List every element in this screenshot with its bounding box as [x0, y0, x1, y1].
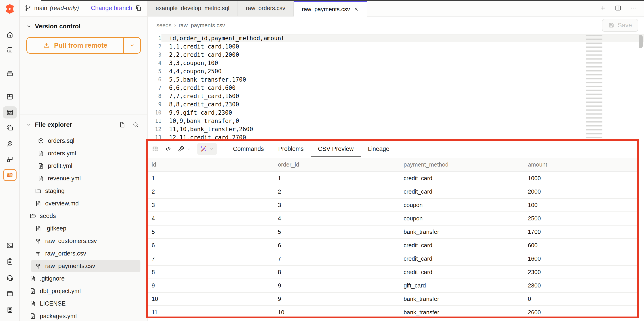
editor-line[interactable]: 1id,order_id,payment_method,amount — [148, 34, 644, 42]
table-row: 77credit_card1600 — [148, 252, 637, 266]
file-item[interactable]: revenue.yml — [34, 172, 140, 185]
canvas-icon[interactable] — [0, 120, 20, 136]
close-icon[interactable] — [354, 6, 359, 12]
table-cell: credit_card — [400, 185, 524, 198]
dbt-logo[interactable] — [3, 3, 16, 15]
editor-tab[interactable]: example_develop_metric.sql — [148, 0, 238, 16]
table-cell: 2 — [274, 185, 400, 198]
new-tab-icon[interactable] — [599, 4, 606, 12]
ai-assist-icon-button[interactable] — [197, 143, 217, 155]
editor-line[interactable]: 98,8,credit_card,2300 — [148, 100, 644, 108]
code-editor[interactable]: 1id,order_id,payment_method,amount21,1,c… — [148, 34, 644, 139]
csv-preview-table: idorder_idpayment_methodamount 11credit_… — [148, 158, 637, 316]
table-cell: coupon — [400, 199, 524, 212]
terminal-icon[interactable] — [0, 238, 20, 254]
panel-tab-csv-preview[interactable]: CSV Preview — [311, 141, 361, 157]
more-options-icon[interactable] — [630, 4, 637, 12]
table-cell: gift_card — [400, 279, 524, 292]
home-icon[interactable] — [0, 27, 20, 42]
file-item[interactable]: raw_orders.csv — [31, 247, 140, 260]
version-control-section-header[interactable]: Version control — [20, 16, 147, 30]
editor-tab-label: raw_payments.csv — [302, 6, 350, 13]
breadcrumb-parent[interactable]: seeds — [156, 22, 172, 28]
file-icon — [35, 200, 42, 207]
file-item[interactable]: packages.yml — [26, 310, 140, 321]
table-row: 11credit_card1000 — [148, 172, 637, 185]
breadcrumb: seeds › raw_payments.csv — [148, 16, 644, 34]
editor-line[interactable]: 109,9,gift_card,2300 — [148, 108, 644, 117]
editor-line[interactable]: 76,6,credit_card,600 — [148, 84, 644, 92]
pull-from-remote-main[interactable]: Pull from remote — [27, 38, 123, 53]
query-insights-icon[interactable] — [0, 136, 20, 152]
split-editor-icon[interactable] — [614, 4, 622, 12]
editor-line[interactable]: 1312,11,credit_card,2700 — [148, 133, 644, 139]
organization-icon[interactable] — [0, 302, 20, 318]
editor-line[interactable]: 1211,10,bank_transfer,2600 — [148, 125, 644, 133]
table-cell: 9 — [274, 279, 400, 292]
docs-icon[interactable] — [0, 286, 20, 302]
file-item[interactable]: .gitignore — [26, 272, 140, 285]
copy-icon[interactable] — [135, 5, 142, 12]
pull-options-caret[interactable] — [123, 38, 140, 53]
table-row: 33coupon100 — [148, 199, 637, 212]
file-label: staging — [45, 188, 64, 194]
search-icon[interactable] — [132, 122, 139, 128]
file-item[interactable]: dbt_project.yml — [26, 285, 140, 297]
editor-tab[interactable]: raw_payments.csv — [294, 0, 367, 16]
file-item[interactable]: .gitkeep — [31, 222, 140, 235]
file-item[interactable]: raw_customers.csv — [31, 235, 140, 247]
code-view-icon-button[interactable] — [164, 145, 172, 152]
layout-icon[interactable] — [0, 89, 20, 104]
panel-tab-lineage[interactable]: Lineage — [361, 141, 396, 157]
file-explorer-section: File explorer orders.sqlorders.ymlprofit… — [20, 114, 147, 321]
clipboard-icon[interactable] — [0, 254, 20, 270]
external-windows-icon[interactable] — [0, 152, 20, 167]
toolbar-divider — [222, 144, 222, 154]
panel-tab-commands[interactable]: Commands — [226, 141, 271, 157]
results-grid-icon-button[interactable] — [152, 145, 159, 152]
file-item[interactable]: LICENSE — [26, 297, 140, 310]
file-explorer-header[interactable]: File explorer — [20, 115, 147, 128]
new-file-icon[interactable] — [119, 122, 126, 128]
code-editor-icon[interactable] — [3, 106, 17, 118]
table-cell: 9 — [148, 279, 274, 292]
editor-line[interactable]: 43,3,coupon,100 — [148, 59, 644, 67]
version-control-title: Version control — [35, 23, 139, 30]
editor-tab-label: example_develop_metric.sql — [156, 5, 230, 12]
table-row: 88credit_card2300 — [148, 266, 637, 279]
minimap[interactable] — [586, 35, 602, 138]
editor-line[interactable]: 87,7,credit_card,1600 — [148, 92, 644, 100]
pull-from-remote-button[interactable]: Pull from remote — [26, 37, 141, 54]
file-item[interactable]: seeds — [26, 210, 140, 222]
inbox-icon[interactable] — [0, 66, 20, 81]
file-item[interactable]: overview.md — [31, 197, 140, 210]
scrollbar-thumb[interactable] — [639, 35, 643, 48]
line-content: 6,6,credit_card,600 — [162, 84, 644, 92]
editor-line[interactable]: 32,2,credit_card,2000 — [148, 50, 644, 59]
table-cell: 3 — [274, 199, 400, 212]
file-item[interactable]: orders.sql — [34, 134, 140, 147]
editor-tab[interactable]: raw_orders.csv — [238, 0, 294, 16]
editor-line[interactable]: 21,1,credit_card,1000 — [148, 42, 644, 50]
file-item[interactable]: raw_payments.csv — [31, 260, 140, 272]
wrench-icon-button[interactable] — [178, 145, 192, 152]
window-top-edge — [41, 0, 644, 1]
panel-tab-problems[interactable]: Problems — [271, 141, 311, 157]
file-item[interactable]: profit.yml — [34, 160, 140, 172]
line-number: 4 — [148, 59, 162, 67]
table-cell: 1 — [148, 172, 274, 185]
table-row: 66credit_card600 — [148, 239, 637, 252]
save-button[interactable]: Save — [602, 19, 638, 32]
editor-line[interactable]: 1110,9,bank_transfer,0 — [148, 117, 644, 125]
table-cell: 4 — [274, 212, 400, 225]
table-row: 109bank_transfer0 — [148, 292, 637, 306]
notebook-icon[interactable] — [0, 42, 20, 58]
support-headset-icon[interactable] — [0, 270, 20, 286]
editor-line[interactable]: 65,5,bank_transfer,1700 — [148, 75, 644, 84]
file-item[interactable]: staging — [31, 185, 140, 197]
dbt-assist-icon[interactable] — [3, 169, 16, 181]
editor-line[interactable]: 54,4,coupon,2500 — [148, 67, 644, 75]
change-branch-link[interactable]: Change branch — [91, 5, 132, 12]
line-content: id,order_id,payment_method,amount — [162, 34, 644, 42]
file-item[interactable]: orders.yml — [34, 147, 140, 160]
